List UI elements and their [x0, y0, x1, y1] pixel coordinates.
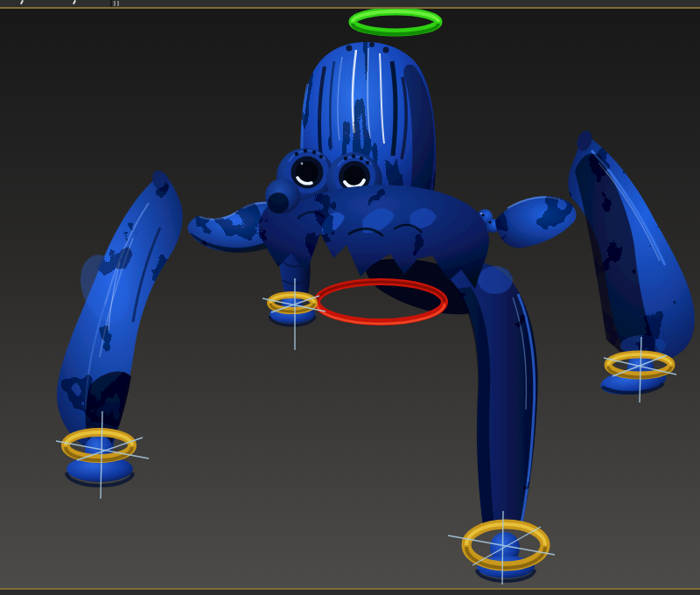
viewport-canvas[interactable]	[0, 0, 700, 595]
toolbar-grip-bar	[117, 1, 119, 6]
top-toolbar[interactable]	[0, 0, 700, 9]
toolbar-grip-bar	[114, 1, 116, 6]
toolbar-divider	[110, 0, 112, 7]
clipped-toolbar-icon[interactable]	[73, 0, 76, 4]
clipped-toolbar-icon[interactable]	[20, 0, 24, 4]
bottom-bar	[0, 588, 700, 595]
app-window	[0, 0, 700, 595]
